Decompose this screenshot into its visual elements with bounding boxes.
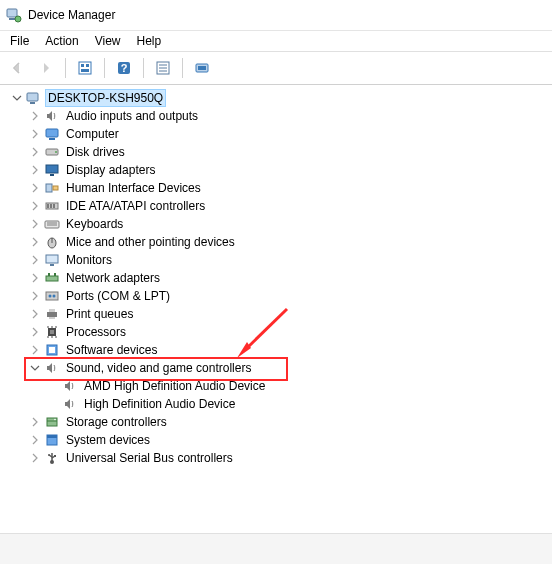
tree-category[interactable]: Universal Serial Bus controllers [2, 449, 550, 467]
svg-rect-59 [47, 435, 57, 438]
chevron-right-icon[interactable] [28, 183, 42, 193]
chevron-right-icon[interactable] [28, 273, 42, 283]
menu-view[interactable]: View [87, 32, 129, 50]
tree-node-label: Audio inputs and outputs [63, 107, 201, 125]
show-hidden-button[interactable] [72, 55, 98, 81]
svg-rect-22 [50, 174, 54, 176]
tree-category[interactable]: Display adapters [2, 161, 550, 179]
tree-category[interactable]: Network adapters [2, 269, 550, 287]
svg-rect-24 [53, 186, 58, 190]
properties-button[interactable] [150, 55, 176, 81]
tree-device[interactable]: AMD High Definition Audio Device [2, 377, 550, 395]
tree-category[interactable]: Keyboards [2, 215, 550, 233]
keyboard-icon [44, 216, 60, 232]
tree-category[interactable]: Mice and other pointing devices [2, 233, 550, 251]
chevron-right-icon[interactable] [28, 435, 42, 445]
chevron-right-icon[interactable] [28, 201, 42, 211]
mouse-icon [44, 234, 60, 250]
tree-node-label: Keyboards [63, 215, 126, 233]
forward-button[interactable] [33, 55, 59, 81]
tree-node-label: DESKTOP-KSH950Q [45, 89, 166, 107]
back-button[interactable] [4, 55, 30, 81]
svg-rect-0 [7, 9, 17, 17]
tree-category[interactable]: Disk drives [2, 143, 550, 161]
tree-category[interactable]: Sound, video and game controllers [2, 359, 550, 377]
chevron-right-icon[interactable] [28, 219, 42, 229]
device-tree[interactable]: DESKTOP-KSH950QAudio inputs and outputsC… [0, 85, 552, 523]
chevron-right-icon[interactable] [28, 417, 42, 427]
svg-rect-37 [48, 273, 50, 276]
chevron-right-icon[interactable] [28, 345, 42, 355]
display-icon [44, 162, 60, 178]
chevron-right-icon[interactable] [28, 237, 42, 247]
tree-category[interactable]: Processors [2, 323, 550, 341]
svg-rect-43 [49, 309, 55, 312]
tree-node-label: Monitors [63, 251, 115, 269]
window-title: Device Manager [28, 8, 115, 22]
system-icon [44, 432, 60, 448]
chevron-down-icon[interactable] [28, 363, 42, 373]
menu-bar: File Action View Help [0, 31, 552, 51]
svg-text:?: ? [121, 62, 128, 74]
svg-rect-28 [53, 204, 55, 208]
chevron-right-icon[interactable] [28, 255, 42, 265]
chevron-right-icon[interactable] [28, 129, 42, 139]
chevron-right-icon[interactable] [28, 147, 42, 157]
tree-category[interactable]: Computer [2, 125, 550, 143]
svg-rect-14 [198, 66, 206, 70]
tree-category[interactable]: Storage controllers [2, 413, 550, 431]
ide-icon [44, 198, 60, 214]
chevron-right-icon[interactable] [28, 327, 42, 337]
tree-node-label: Processors [63, 323, 129, 341]
tree-category[interactable]: Monitors [2, 251, 550, 269]
svg-rect-38 [54, 273, 56, 276]
chevron-right-icon[interactable] [28, 291, 42, 301]
title-bar: Device Manager [0, 0, 552, 31]
chevron-down-icon[interactable] [10, 93, 24, 103]
hid-icon [44, 180, 60, 196]
tree-node-label: Human Interface Devices [63, 179, 204, 197]
tree-node-label: Ports (COM & LPT) [63, 287, 173, 305]
storage-icon [44, 414, 60, 430]
scan-button[interactable] [189, 55, 215, 81]
svg-rect-16 [30, 102, 35, 104]
computer-icon [44, 126, 60, 142]
tree-category[interactable]: IDE ATA/ATAPI controllers [2, 197, 550, 215]
chevron-right-icon[interactable] [28, 165, 42, 175]
menu-action[interactable]: Action [37, 32, 86, 50]
tree-category[interactable]: Ports (COM & LPT) [2, 287, 550, 305]
tree-node-label: Display adapters [63, 161, 158, 179]
tree-category[interactable]: Audio inputs and outputs [2, 107, 550, 125]
svg-rect-65 [54, 455, 56, 457]
tree-node-label: Software devices [63, 341, 160, 359]
tree-category[interactable]: Software devices [2, 341, 550, 359]
svg-rect-39 [46, 292, 58, 300]
chevron-right-icon[interactable] [28, 309, 42, 319]
tree-node-label: IDE ATA/ATAPI controllers [63, 197, 208, 215]
chevron-right-icon[interactable] [28, 453, 42, 463]
help-button[interactable]: ? [111, 55, 137, 81]
svg-rect-6 [81, 69, 89, 72]
tree-device[interactable]: High Definition Audio Device [2, 395, 550, 413]
menu-help[interactable]: Help [129, 32, 170, 50]
svg-rect-42 [47, 312, 57, 317]
svg-rect-1 [9, 18, 15, 20]
tree-node-label: Sound, video and game controllers [63, 359, 254, 377]
printer-icon [44, 306, 60, 322]
disk-icon [44, 144, 60, 160]
svg-rect-27 [50, 204, 52, 208]
svg-rect-23 [46, 184, 52, 192]
chevron-right-icon[interactable] [28, 111, 42, 121]
tree-category[interactable]: System devices [2, 431, 550, 449]
svg-rect-35 [50, 264, 54, 266]
toolbar-divider [143, 58, 144, 78]
svg-rect-17 [46, 129, 58, 137]
menu-file[interactable]: File [2, 32, 37, 50]
svg-rect-4 [81, 64, 84, 67]
tree-node-label: High Definition Audio Device [81, 395, 238, 413]
tree-category[interactable]: Print queues [2, 305, 550, 323]
monitor-icon [44, 252, 60, 268]
svg-rect-3 [79, 62, 91, 74]
tree-root[interactable]: DESKTOP-KSH950Q [2, 89, 550, 107]
tree-category[interactable]: Human Interface Devices [2, 179, 550, 197]
